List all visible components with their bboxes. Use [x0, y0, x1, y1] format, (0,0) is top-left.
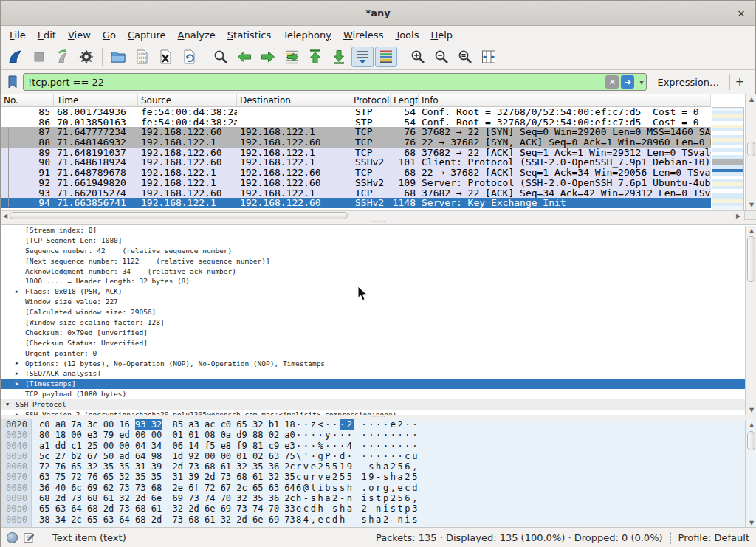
menu-view[interactable]: View [62, 27, 97, 43]
stop-capture-icon[interactable] [28, 47, 50, 67]
scroll-left-icon[interactable]: ◀ [1, 211, 10, 220]
collapse-icon[interactable]: ▼ [6, 400, 9, 410]
packet-row-94[interactable]: 9471.663856741192.168.122.1192.168.122.6… [1, 198, 711, 208]
menu-capture[interactable]: Capture [122, 27, 172, 43]
scroll-down-icon[interactable]: ▼ [746, 518, 756, 527]
capture-comment-icon[interactable] [24, 532, 35, 543]
scroll-up-icon[interactable]: ▲ [746, 226, 756, 235]
filter-clear-icon[interactable]: ✕ [605, 75, 619, 89]
packet-row-90[interactable]: 9071.648618924192.168.122.60192.168.122.… [1, 157, 711, 168]
detail-row[interactable]: [Window size scaling factor: 128] [1, 317, 756, 328]
scroll-thumb[interactable] [747, 142, 755, 156]
column-header-info[interactable]: Info [419, 94, 711, 106]
hex-row-0020[interactable]: 0020c0 a8 7a 3c 00 16 93 32 85 a3 ac c0 … [1, 419, 756, 430]
expert-info-icon[interactable] [7, 532, 18, 543]
packet-list-header[interactable]: No.TimeSourceDestinationProtocolLengthIn… [1, 94, 711, 107]
expand-icon[interactable]: ▶ [16, 359, 18, 369]
packet-row-92[interactable]: 9271.661949820192.168.122.1192.168.122.6… [1, 178, 711, 188]
detail-row[interactable]: Urgent pointer: 0 [1, 348, 756, 359]
menu-statistics[interactable]: Statistics [221, 27, 277, 43]
colorize-icon[interactable] [375, 47, 397, 67]
scroll-up-icon[interactable]: ▲ [746, 94, 756, 104]
detail-row[interactable]: ▶Options: (12 bytes), No-Operation (NOP)… [1, 359, 756, 369]
scroll-down-icon[interactable]: ▼ [746, 200, 756, 210]
scroll-right-icon[interactable]: ▶ [734, 211, 743, 220]
hex-row-00b0[interactable]: 00b038 34 2c 65 63 64 68 2d 73 68 61 32 … [1, 515, 756, 525]
detail-vscrollbar[interactable]: ▲ ▼ [745, 226, 756, 415]
column-header-source[interactable]: Source [138, 94, 237, 106]
column-header-length[interactable]: Length [391, 94, 419, 106]
go-first-icon[interactable] [304, 47, 326, 67]
menu-tools[interactable]: Tools [389, 27, 425, 43]
detail-row[interactable]: ▶[SEQ/ACK analysis] [1, 368, 756, 379]
close-icon[interactable]: ✕ [735, 7, 748, 20]
save-file-icon[interactable]: 010101101011 [131, 47, 153, 67]
hex-row-0070[interactable]: 007063 75 72 76 65 32 35 35 31 39 2d 73 … [1, 472, 756, 482]
packet-row-87[interactable]: 8771.647777234192.168.122.60192.168.122.… [1, 127, 711, 137]
profile-label[interactable]: Profile: Default [678, 532, 749, 543]
hex-row-0030[interactable]: 003080 18 00 e3 79 ed 00 00 01 01 08 0a … [1, 430, 756, 440]
go-forward-icon[interactable] [257, 47, 279, 67]
menu-go[interactable]: Go [97, 27, 122, 43]
go-to-packet-icon[interactable] [281, 47, 303, 67]
hex-row-0050[interactable]: 00505c 27 b2 67 50 ad 64 98 1d 92 00 00 … [1, 451, 756, 461]
detail-row[interactable]: Acknowledgment number: 34 (relative ack … [1, 266, 756, 277]
detail-row[interactable]: ▶Flags: 0x018 (PSH, ACK) [1, 286, 756, 297]
menu-help[interactable]: Help [425, 27, 458, 43]
filter-history-caret-icon[interactable]: ▾ [639, 78, 643, 86]
hex-row-0090[interactable]: 009068 2d 73 68 61 32 2d 6e 69 73 74 70 … [1, 493, 756, 503]
packet-row-86[interactable]: 8670.013850163fe:54:00:d4:38:2aSTP54Conf… [1, 117, 711, 128]
menu-telephony[interactable]: Telephony [277, 27, 337, 43]
packet-row-85[interactable]: 8568.001734936fe:54:00:d4:38:2aSTP54Conf… [1, 107, 711, 117]
filter-apply-icon[interactable]: ➜ [621, 75, 634, 89]
hex-row-0060[interactable]: 006072 76 65 32 35 35 31 39 2d 73 68 61 … [1, 461, 756, 472]
detail-row[interactable]: [Next sequence number: 1122 (relative se… [1, 256, 756, 266]
menu-wireless[interactable]: Wireless [337, 27, 389, 43]
menu-file[interactable]: File [4, 27, 32, 43]
zoom-out-icon[interactable] [430, 47, 453, 67]
find-packet-icon[interactable] [210, 47, 232, 67]
detail-row[interactable]: [Checksum Status: Unverified] [1, 338, 756, 348]
packet-list-vscrollbar[interactable]: ▲ ▼ [745, 94, 756, 210]
scroll-thumb[interactable] [747, 431, 755, 450]
filter-bookmark-icon[interactable] [5, 74, 20, 90]
expand-icon[interactable]: ▶ [16, 379, 18, 390]
start-capture-icon[interactable] [4, 47, 27, 67]
hex-vscrollbar[interactable]: ▲ ▼ [745, 420, 756, 527]
capture-options-icon[interactable] [75, 47, 97, 67]
menu-analyze[interactable]: Analyze [172, 27, 221, 43]
expand-icon[interactable]: ▶ [16, 287, 18, 297]
detail-row[interactable]: ▼SSH Protocol [1, 399, 756, 410]
display-filter-input[interactable] [28, 77, 605, 88]
column-header-protocol[interactable]: Protocol [346, 94, 391, 106]
detail-row[interactable]: 1000 .... = Header Length: 32 bytes (8) [1, 276, 756, 286]
reload-file-icon[interactable] [178, 47, 200, 67]
scroll-down-icon[interactable]: ▼ [746, 405, 756, 415]
hex-row-0080[interactable]: 008036 40 6c 69 62 73 73 68 2e 6f 72 67 … [1, 483, 756, 493]
detail-row[interactable]: TCP payload (1080 bytes) [1, 389, 756, 399]
detail-row[interactable]: Window size value: 227 [1, 297, 756, 307]
packet-row-88[interactable]: 8871.648146932192.168.122.1192.168.122.6… [1, 137, 711, 148]
restart-capture-icon[interactable] [52, 47, 74, 67]
detail-row[interactable]: [TCP Segment Len: 1080] [1, 235, 756, 246]
column-header-time[interactable]: Time [54, 94, 138, 106]
open-file-icon[interactable] [107, 47, 129, 67]
detail-row[interactable]: Checksum: 0x79ed [unverified] [1, 328, 756, 338]
expand-icon[interactable]: ▶ [16, 369, 18, 379]
column-header-no[interactable]: No. [1, 94, 54, 106]
hex-row-0040[interactable]: 0040a1 dd c1 25 00 00 04 34 06 14 f5 e8 … [1, 441, 756, 451]
packet-row-91[interactable]: 9171.648789678192.168.122.1192.168.122.6… [1, 168, 711, 178]
scroll-thumb[interactable] [10, 212, 348, 219]
auto-scroll-icon[interactable] [351, 47, 374, 67]
resize-columns-icon[interactable] [478, 47, 500, 67]
zoom-original-icon[interactable] [454, 47, 476, 67]
zoom-in-icon[interactable] [407, 47, 429, 67]
go-last-icon[interactable] [328, 47, 350, 67]
packet-minimap-scrollbar[interactable] [712, 107, 744, 210]
scroll-up-icon[interactable]: ▲ [746, 420, 756, 430]
hex-row-00a0[interactable]: 00a065 63 64 68 2d 73 68 61 32 2d 6e 69 … [1, 503, 756, 514]
detail-row[interactable]: Sequence number: 42 (relative sequence n… [1, 246, 756, 256]
detail-row[interactable]: [Calculated window size: 29056] [1, 307, 756, 317]
column-header-destination[interactable]: Destination [237, 94, 346, 106]
go-back-icon[interactable] [233, 47, 255, 67]
